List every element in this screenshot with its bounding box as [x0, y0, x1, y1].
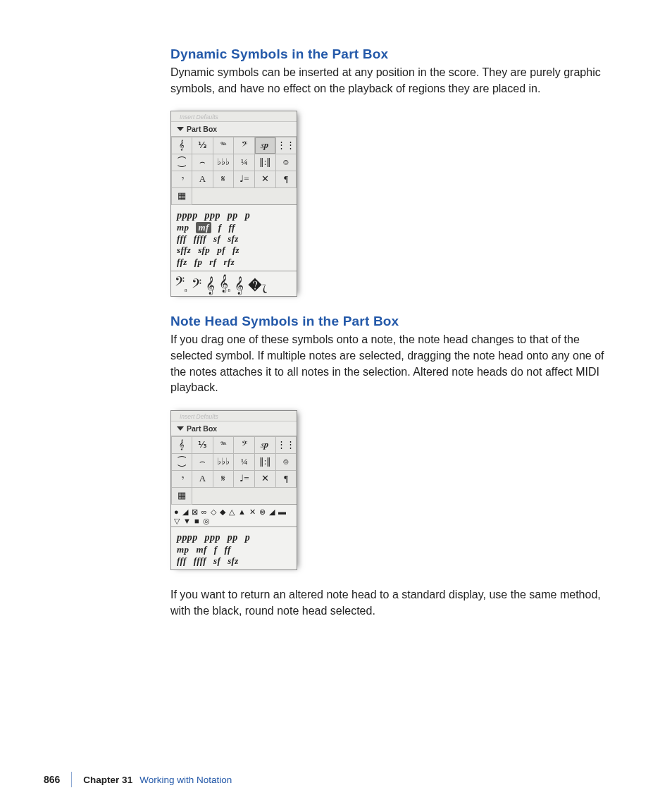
partbox-category-cell: ⅓ [192, 436, 213, 454]
dynamic-symbol: fff [177, 233, 187, 245]
para-dynamic-symbols: Dynamic symbols can be inserted at any p… [170, 65, 616, 97]
partbox-category-cell: ‖:‖ [254, 154, 276, 171]
partbox-category-cell: ✕ [254, 171, 276, 188]
dynamics-row: mpmffff [177, 222, 292, 233]
dynamic-symbol: fp [194, 257, 203, 268]
dynamic-symbol: mf [196, 544, 206, 555]
partbox-category-cell: 𝆮 [213, 137, 235, 154]
footer-title: Working with Notation [139, 775, 232, 785]
noteheads-row-1: ● ◢ ⊠ ∞ ◇ ◆ △ ▲ ✕ ⊗ ◢ ▬ [174, 507, 294, 517]
noteheads-row-2: ▽ ▼ ■ ◎ [174, 517, 294, 526]
clef-symbol: 𝄞 [206, 278, 215, 293]
page: Dynamic Symbols in the Part Box Dynamic … [0, 0, 672, 807]
dynamic-symbol: mp [177, 544, 189, 555]
partbox-title: Part Box [171, 421, 297, 436]
dynamic-symbol: mf [196, 222, 211, 233]
dynamic-symbol: ppp [205, 531, 220, 544]
para-notehead-return: If you want to return an altered note he… [170, 587, 616, 619]
partbox-category-cell: ▦ [171, 187, 193, 205]
footer-separator [71, 772, 72, 787]
dynamic-symbol: ffff [194, 555, 206, 567]
partbox-category-cell: 𝆮 [213, 436, 235, 454]
partbox-category-cell: ⌢ [192, 154, 213, 171]
page-footer: 866 Chapter 31 Working with Notation [0, 772, 672, 787]
partbox-category-cell: ⋮⋮ [275, 137, 297, 154]
partbox-icon-grid: 𝄞⅓𝆮𝄢𝆍𝆏⋮⋮⁐⌢♭♭♭¼‖:‖⌾𝄾A𝄋♩=✕¶▦ [171, 436, 297, 504]
partbox-category-cell: ⌾ [275, 453, 297, 471]
partbox-category-cell: ♩= [233, 470, 255, 488]
dynamic-symbol: pp [228, 209, 238, 222]
dynamic-symbol: pppp [177, 531, 198, 544]
dynamic-symbol: sf [213, 233, 220, 245]
partbox-title: Part Box [171, 122, 297, 137]
partbox-category-cell: A [192, 470, 213, 488]
partbox-category-cell: 𝆍𝆏 [254, 137, 276, 154]
partbox-title-text: Part Box [187, 424, 217, 433]
dynamic-symbol: sfp [198, 245, 210, 256]
partbox-category-cell: 𝄋 [213, 171, 235, 188]
partbox-noteheads-area: ● ◢ ⊠ ∞ ◇ ◆ △ ▲ ✕ ⊗ ◢ ▬ ▽ ▼ ■ ◎ [171, 504, 297, 526]
partbox-category-cell: ⌢ [192, 453, 213, 471]
dynamic-symbol: ff [228, 222, 235, 233]
dynamic-symbol: ppp [205, 209, 220, 222]
dynamic-symbol: pp [228, 531, 238, 544]
heading-notehead-symbols: Note Head Symbols in the Part Box [170, 314, 616, 329]
dynamic-symbol: sffz [177, 245, 191, 256]
partbox-category-cell: ⁐ [171, 453, 193, 471]
partbox-category-cell: ⁐ [171, 154, 193, 171]
partbox-category-cell: A [192, 171, 213, 188]
dynamics-row: fffffffsfsfz [177, 555, 292, 567]
partbox-title-text: Part Box [187, 125, 217, 133]
partbox-category-cell: ✕ [254, 470, 276, 488]
heading-dynamic-symbols: Dynamic Symbols in the Part Box [170, 47, 616, 62]
dynamic-symbol: pf [217, 245, 225, 256]
partbox-category-cell: 𝄢 [233, 137, 255, 154]
dynamic-symbol: rfz [224, 257, 235, 268]
dynamics-row: mpmffff [177, 544, 292, 555]
partbox-screenshot-1: Insert Defaults Part Box 𝄞⅓𝆮𝄢𝆍𝆏⋮⋮⁐⌢♭♭♭¼‖… [170, 111, 297, 297]
partbox-dynamics-area: ppppppppppmpmfffffffffffsfsfzsffzsfppffz… [171, 204, 297, 271]
partbox-category-cell: 𝄞 [171, 137, 193, 154]
clef-symbol: �ැ [248, 278, 267, 293]
dynamic-symbol: fff [177, 555, 187, 567]
partbox-category-cell: 𝄋 [213, 470, 235, 488]
dynamic-symbol: ffz [177, 257, 187, 268]
partbox-category-cell: 𝄢 [233, 436, 255, 454]
partbox-category-cell: ♩= [233, 171, 255, 188]
partbox-category-cell: ⌾ [275, 154, 297, 171]
dynamic-symbol: rf [209, 257, 216, 268]
partbox-category-cell: ▦ [171, 487, 193, 505]
clef-symbol: 𝄢8 [175, 276, 187, 293]
dynamic-symbol: sfz [228, 233, 239, 245]
dynamics-row: pppppppppp [177, 531, 292, 544]
dynamics-row: sffzsfppffz [177, 245, 292, 256]
clef-symbol: 𝄞 [235, 278, 244, 293]
dynamic-symbol: ff [224, 544, 230, 555]
partbox-icon-grid: 𝄞⅓𝆮𝄢𝆍𝆏⋮⋮⁐⌢♭♭♭¼‖:‖⌾𝄾A𝄋♩=✕¶▦ [171, 137, 297, 204]
partbox-screenshot-2: Insert Defaults Part Box 𝄞⅓𝆮𝄢𝆍𝆏⋮⋮⁐⌢♭♭♭¼‖… [170, 410, 297, 570]
partbox-category-cell: 𝄞 [171, 436, 193, 454]
partbox-category-cell: 𝄾 [171, 171, 193, 188]
partbox-category-cell: ¶ [275, 171, 297, 188]
footer-chapter: Chapter 31 [83, 775, 132, 785]
page-number: 866 [44, 774, 60, 785]
partbox-category-cell: ♭♭♭ [213, 453, 235, 471]
partbox-category-cell: ⋮⋮ [275, 436, 297, 454]
clef-symbol: 𝄞8 [219, 276, 231, 293]
partbox-header: Insert Defaults [171, 411, 297, 421]
dynamic-symbol: f [218, 222, 222, 233]
dynamic-symbol: pppp [177, 209, 198, 222]
dynamic-symbol: p [245, 209, 250, 222]
partbox-clefs-row: 𝄢8𝄢𝄞𝄞8𝄞�ැ [171, 271, 297, 296]
partbox-category-cell: ♭♭♭ [213, 154, 235, 171]
dynamic-symbol: fz [232, 245, 239, 256]
partbox-category-cell: ‖:‖ [254, 453, 276, 471]
partbox-category-cell: 𝄾 [171, 470, 193, 488]
partbox-category-cell: ⅓ [192, 137, 213, 154]
dynamic-symbol: f [214, 544, 218, 555]
dynamics-row: pppppppppp [177, 209, 292, 222]
dynamics-row: fffffffsfsfz [177, 233, 292, 245]
partbox-category-cell: ¶ [275, 470, 297, 488]
partbox-dynamics-area-short: ppppppppppmpmfffffffffffsfsfz [171, 526, 297, 569]
partbox-category-cell: ¼ [233, 453, 255, 471]
